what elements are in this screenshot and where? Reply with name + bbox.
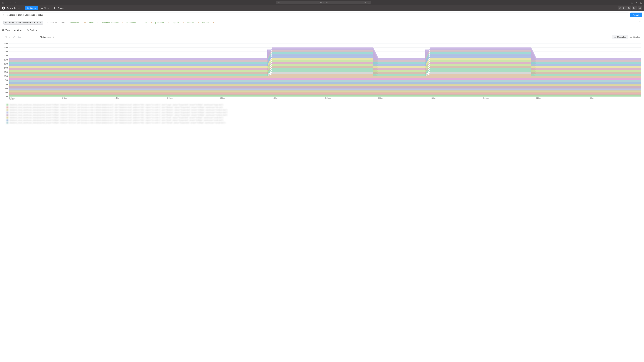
y-axis: 0.002.004.006.008.0010.0012.0014.0016.00… bbox=[3, 43, 9, 96]
unstacked-icon bbox=[614, 36, 616, 38]
explain-icon bbox=[26, 29, 29, 31]
svg-point-27 bbox=[628, 7, 629, 8]
graph-controls: − 1h + ‹ › Medium res. ▲▼ Unstacked Stac… bbox=[2, 35, 642, 39]
legend-row[interactable]: databend_cloud_warehouse_status{exported… bbox=[6, 106, 642, 108]
theme-dark[interactable] bbox=[622, 6, 626, 10]
y-tick: 0.00 bbox=[5, 96, 8, 97]
legend-row[interactable]: databend_cloud_warehouse_status{exported… bbox=[6, 104, 642, 106]
y-tick: 14.00 bbox=[4, 67, 8, 69]
metric-name-pill[interactable]: databend_cloud_warehouse_status bbox=[4, 21, 43, 25]
x-tick: 5:40am bbox=[62, 97, 114, 101]
legend-text: databend_cloud_warehouse_status{exported… bbox=[10, 111, 227, 113]
legend-row[interactable]: databend_cloud_warehouse_status{exported… bbox=[6, 109, 642, 111]
y-tick: 10.00 bbox=[4, 75, 8, 77]
server-icon bbox=[54, 7, 56, 9]
share-icon[interactable] bbox=[631, 1, 633, 4]
unstacked-option[interactable]: Unstacked bbox=[612, 35, 628, 39]
url-text: localhost bbox=[320, 1, 328, 4]
translate-icon[interactable] bbox=[364, 1, 367, 4]
theme-auto[interactable] bbox=[626, 6, 631, 10]
stacked-option[interactable]: Stacked bbox=[628, 35, 642, 39]
series-area[interactable] bbox=[9, 82, 641, 84]
sidebar-toggle-icon[interactable] bbox=[2, 1, 4, 4]
resolution-select[interactable]: Medium res. ▲▼ bbox=[39, 35, 56, 39]
series-area[interactable] bbox=[9, 80, 641, 82]
tab-table[interactable]: Table bbox=[2, 28, 11, 33]
legend-swatch bbox=[6, 109, 8, 111]
y-tick: 22.00 bbox=[4, 51, 8, 52]
end-time-input[interactable]: ‹ › bbox=[13, 35, 37, 39]
series-area[interactable] bbox=[9, 88, 641, 90]
time-next[interactable]: › bbox=[38, 36, 38, 38]
range-stepper[interactable]: − 1h + bbox=[2, 35, 11, 39]
series-area[interactable] bbox=[9, 84, 641, 86]
nav-query[interactable]: Query bbox=[25, 6, 38, 10]
legend-row[interactable]: databend_cloud_warehouse_status{exported… bbox=[6, 117, 642, 119]
legend-swatch bbox=[6, 122, 8, 124]
range-value: 1h bbox=[5, 36, 8, 38]
legend-row[interactable]: databend_cloud_warehouse_status{exported… bbox=[6, 111, 642, 113]
legend-text: databend_cloud_warehouse_status{exported… bbox=[10, 109, 227, 111]
legend-text: databend_cloud_warehouse_status{exported… bbox=[10, 104, 223, 106]
legend-text: databend_cloud_warehouse_status{exported… bbox=[10, 114, 227, 116]
reload-icon[interactable] bbox=[368, 1, 370, 4]
legend-row[interactable]: databend_cloud_warehouse_status{exported… bbox=[6, 114, 642, 116]
theme-light[interactable] bbox=[618, 6, 622, 10]
site-info-icon[interactable] bbox=[277, 1, 280, 4]
legend-swatch bbox=[6, 106, 8, 108]
tab-explain[interactable]: Explain bbox=[26, 28, 37, 33]
user-icon bbox=[628, 7, 630, 9]
legend-row[interactable]: databend_cloud_warehouse_status{exported… bbox=[6, 122, 642, 124]
series-area[interactable] bbox=[9, 90, 641, 92]
settings-button[interactable] bbox=[632, 6, 636, 10]
close-summary-button[interactable]: × bbox=[639, 20, 640, 23]
series-area[interactable] bbox=[9, 86, 641, 88]
svg-point-16 bbox=[55, 7, 55, 8]
svg-point-12 bbox=[27, 7, 28, 8]
back-icon[interactable] bbox=[10, 1, 12, 4]
series-area[interactable] bbox=[9, 78, 641, 80]
tab-graph[interactable]: Graph bbox=[14, 28, 23, 33]
chart-container: 0.002.004.006.008.0010.0012.0014.0016.00… bbox=[2, 42, 642, 102]
tabs-icon[interactable] bbox=[640, 1, 642, 4]
search-icon bbox=[27, 7, 29, 9]
legend-swatch bbox=[6, 114, 8, 116]
y-tick: 8.00 bbox=[5, 79, 8, 81]
brand[interactable]: Prometheus bbox=[2, 6, 20, 10]
x-tick: 5:55am bbox=[220, 97, 272, 101]
bell-icon bbox=[40, 7, 43, 9]
docs-button[interactable] bbox=[638, 6, 642, 10]
legend-text: databend_cloud_warehouse_status{exported… bbox=[10, 117, 223, 119]
x-tick: 5:50am bbox=[167, 97, 220, 101]
end-time-field[interactable] bbox=[14, 35, 38, 39]
chevron-down-icon[interactable] bbox=[5, 1, 8, 4]
range-decrease[interactable]: − bbox=[2, 36, 5, 38]
legend-swatch bbox=[6, 104, 8, 106]
legend-row[interactable]: databend_cloud_warehouse_status{exported… bbox=[6, 119, 642, 121]
new-tab-icon[interactable] bbox=[635, 1, 638, 4]
query-menu-icon[interactable]: ⋮ bbox=[626, 14, 628, 16]
series-area[interactable] bbox=[9, 92, 641, 95]
query-input[interactable]: >_ databend_cloud_warehouse_status ⋮ bbox=[2, 12, 629, 17]
plot-area[interactable] bbox=[9, 43, 641, 96]
stacked-icon bbox=[630, 36, 632, 38]
nav-alerts[interactable]: Alerts bbox=[38, 6, 51, 10]
execute-button[interactable]: Execute bbox=[630, 12, 642, 17]
prompt-icon: >_ bbox=[3, 14, 6, 16]
theme-toggle-group bbox=[618, 6, 631, 10]
chevron-down-icon bbox=[65, 7, 67, 9]
svg-rect-0 bbox=[2, 2, 4, 3]
svg-point-17 bbox=[55, 8, 55, 8]
nav-status[interactable]: Status bbox=[52, 6, 70, 10]
x-tick: 5:35am bbox=[9, 97, 62, 101]
svg-point-28 bbox=[634, 8, 635, 8]
legend-text: databend_cloud_warehouse_status{exported… bbox=[10, 119, 223, 121]
range-increase[interactable]: + bbox=[8, 36, 11, 38]
series-area[interactable] bbox=[9, 94, 641, 96]
svg-rect-2 bbox=[278, 2, 279, 3]
book-icon bbox=[638, 7, 641, 9]
table-icon bbox=[2, 29, 4, 31]
main-body: >_ databend_cloud_warehouse_status ⋮ Exe… bbox=[0, 11, 644, 362]
svg-line-23 bbox=[619, 7, 619, 7]
address-bar[interactable]: localhost bbox=[276, 1, 371, 4]
